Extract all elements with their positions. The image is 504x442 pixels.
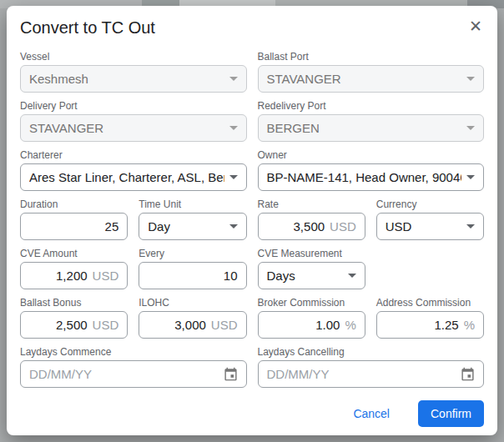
ballast-port-label: Ballast Port: [258, 51, 485, 63]
rate-box: USD: [258, 213, 365, 240]
cve-amount-input[interactable]: [29, 269, 88, 283]
ilohc-unit-suffix: USD: [211, 318, 238, 332]
dialog-title: Convert to TC Out: [20, 18, 155, 38]
field-laydays-cancelling: Laydays Cancelling: [258, 346, 485, 388]
every-box: [139, 262, 246, 289]
field-rate: Rate USD: [258, 198, 365, 240]
cve-amount-unit-suffix: USD: [93, 269, 119, 283]
row-delivery-redelivery: Delivery Port STAVANGER Redelivery Port …: [20, 100, 484, 142]
laydays-commence-input[interactable]: [29, 367, 219, 381]
ballast-bonus-box: USD: [20, 311, 128, 339]
ilohc-label: ILOHC: [139, 297, 246, 309]
chevron-down-icon: [466, 175, 475, 179]
confirm-button[interactable]: Confirm: [418, 400, 484, 427]
convert-to-tc-out-dialog: Convert to TC Out ✕ Vessel Keshmesh Ball…: [7, 6, 497, 435]
rate-label: Rate: [258, 198, 365, 210]
laydays-commence-box: [20, 360, 247, 388]
cve-measurement-select[interactable]: Days: [258, 262, 365, 289]
field-delivery-port: Delivery Port STAVANGER: [20, 100, 247, 142]
redelivery-port-select: BERGEN: [258, 114, 485, 142]
charterer-select[interactable]: Ares Star Liner, Charterer, ASL, Ber...: [20, 163, 247, 191]
broker-commission-box: %: [258, 311, 365, 339]
time-unit-label: Time Unit: [139, 198, 246, 210]
chevron-down-icon: [229, 77, 238, 81]
vessel-select: Keshmesh: [20, 65, 247, 93]
charterer-label: Charterer: [20, 149, 247, 161]
chevron-down-icon: [348, 274, 356, 278]
duration-label: Duration: [20, 198, 128, 210]
cancel-button[interactable]: Cancel: [346, 402, 396, 425]
field-cve-measurement: CVE Measurement Days: [258, 248, 365, 289]
currency-label: Currency: [376, 198, 484, 210]
delivery-port-label: Delivery Port: [20, 100, 247, 112]
row-laydays: Laydays Commence Laydays Cancelling: [20, 346, 484, 388]
dialog-footer: Cancel Confirm: [20, 395, 484, 429]
address-commission-label: Address Commission: [376, 297, 484, 309]
field-redelivery-port: Redelivery Port BERGEN: [258, 100, 485, 142]
ilohc-input[interactable]: [148, 318, 206, 332]
address-commission-unit-suffix: %: [464, 318, 475, 332]
chevron-down-icon: [229, 126, 238, 130]
field-ballast-port: Ballast Port STAVANGER: [258, 51, 485, 93]
broker-commission-input[interactable]: [267, 318, 340, 332]
close-icon[interactable]: ✕: [467, 18, 484, 36]
cve-measurement-label: CVE Measurement: [258, 248, 365, 259]
chevron-down-icon: [466, 224, 475, 229]
field-time-unit: Time Unit Day: [139, 198, 246, 240]
rate-unit-suffix: USD: [330, 219, 356, 234]
calendar-icon[interactable]: [224, 367, 238, 381]
chevron-down-icon: [466, 77, 475, 81]
vessel-label: Vessel: [20, 51, 247, 63]
row-charterer-owner: Charterer Ares Star Liner, Charterer, AS…: [20, 149, 484, 191]
laydays-cancelling-label: Laydays Cancelling: [258, 346, 485, 358]
address-commission-box: %: [376, 311, 484, 339]
ballast-bonus-unit-suffix: USD: [93, 318, 119, 332]
laydays-cancelling-input[interactable]: [267, 367, 456, 381]
row-bonus-commissions: Ballast Bonus USD ILOHC USD Broker Commi…: [20, 297, 484, 339]
duration-box: [20, 213, 128, 240]
field-broker-commission: Broker Commission %: [258, 297, 365, 339]
row-vessel-ballast: Vessel Keshmesh Ballast Port STAVANGER: [20, 51, 484, 93]
cve-amount-box: USD: [20, 262, 128, 289]
chevron-down-icon: [466, 126, 475, 130]
field-charterer: Charterer Ares Star Liner, Charterer, AS…: [20, 149, 247, 191]
duration-input[interactable]: [29, 219, 118, 234]
cve-amount-label: CVE Amount: [20, 248, 128, 259]
ilohc-box: USD: [139, 311, 246, 339]
redelivery-port-label: Redelivery Port: [258, 100, 485, 112]
field-address-commission: Address Commission %: [376, 297, 484, 339]
owner-label: Owner: [258, 149, 485, 161]
broker-commission-label: Broker Commission: [258, 297, 365, 309]
dialog-header: Convert to TC Out ✕: [20, 18, 484, 38]
field-laydays-commence: Laydays Commence: [20, 346, 247, 388]
field-cve-amount: CVE Amount USD: [20, 248, 128, 289]
field-currency: Currency USD: [376, 198, 484, 240]
calendar-icon[interactable]: [461, 367, 475, 381]
field-vessel: Vessel Keshmesh: [20, 51, 247, 93]
every-label: Every: [139, 248, 246, 259]
laydays-commence-label: Laydays Commence: [20, 346, 247, 358]
chevron-down-icon: [229, 224, 238, 229]
field-owner: Owner BP-NAME-141, Head Owner, 90046...: [258, 149, 485, 191]
rate-input[interactable]: [267, 219, 325, 234]
every-input[interactable]: [148, 269, 237, 283]
ballast-bonus-input[interactable]: [29, 318, 88, 332]
row-cve: CVE Amount USD Every CVE Measurement Day…: [20, 248, 484, 289]
field-duration: Duration: [20, 198, 128, 240]
address-commission-input[interactable]: [386, 318, 459, 332]
currency-select[interactable]: USD: [376, 213, 484, 240]
spacer: [376, 248, 484, 289]
field-every: Every: [139, 248, 246, 289]
ballast-bonus-label: Ballast Bonus: [20, 297, 128, 309]
ballast-port-select: STAVANGER: [258, 65, 485, 93]
chevron-down-icon: [229, 175, 238, 179]
field-ilohc: ILOHC USD: [139, 297, 246, 339]
delivery-port-select: STAVANGER: [20, 114, 247, 142]
field-ballast-bonus: Ballast Bonus USD: [20, 297, 128, 339]
time-unit-select[interactable]: Day: [139, 213, 246, 240]
row-duration-rate: Duration Time Unit Day Rate USD Currency…: [20, 198, 484, 240]
owner-select[interactable]: BP-NAME-141, Head Owner, 90046...: [258, 163, 485, 191]
laydays-cancelling-box: [258, 360, 485, 388]
broker-commission-unit-suffix: %: [345, 318, 355, 332]
